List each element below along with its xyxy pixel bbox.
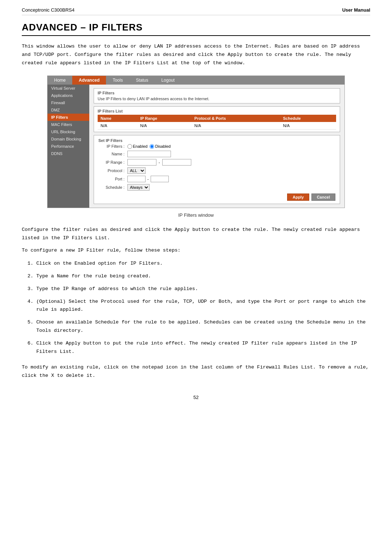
ip-filters-legend: IP Filters	[98, 91, 336, 95]
port-separator: -	[147, 177, 149, 181]
enabled-radio-label[interactable]: Enabled	[127, 144, 147, 149]
filters-table: Name IP Range Protocol & Ports Schedule …	[98, 115, 336, 130]
step-3: Type the IP Range of address to which th…	[36, 285, 370, 293]
sidebar-item-ip-filters[interactable]: IP Filters	[48, 114, 89, 121]
nav-home[interactable]: Home	[48, 76, 72, 85]
disabled-radio[interactable]	[150, 144, 154, 149]
enabled-radio[interactable]	[127, 144, 132, 149]
nav-advanced[interactable]: Advanced	[72, 76, 106, 85]
nav-logout[interactable]: Logout	[155, 76, 181, 85]
name-field-label: Name :	[98, 152, 127, 156]
steps-list: Click on the Enabled option for IP Filte…	[36, 260, 370, 356]
sidebar-item-dmz[interactable]: DMZ	[48, 106, 89, 114]
cell-ip-range: N/A	[137, 122, 191, 130]
intro-paragraph: This window allows the user to allow or …	[22, 42, 370, 68]
sidebar-item-ddns[interactable]: DDNS	[48, 150, 89, 157]
cell-protocol-ports: N/A	[192, 122, 280, 130]
disabled-radio-label[interactable]: Disabled	[150, 144, 171, 149]
disabled-label: Disabled	[155, 144, 171, 148]
sidebar-item-url-blocking[interactable]: URL Blocking	[48, 128, 89, 135]
router-ui-screenshot: Home Advanced Tools Status Logout Virtua…	[47, 76, 345, 208]
cancel-button[interactable]: Cancel	[311, 194, 335, 201]
port-row: Port : -	[98, 176, 335, 182]
ip-range-inputs: -	[127, 159, 191, 166]
port-end[interactable]	[151, 176, 169, 182]
brand-label: Conceptronic C300BRS4	[22, 7, 74, 13]
ip-filters-radio-group: Enabled Disabled	[127, 144, 171, 149]
ip-filters-list-legend: IP Filters List	[98, 109, 336, 113]
table-row: N/A N/A N/A N/A	[98, 122, 336, 130]
col-protocol-ports: Protocol & Ports	[192, 115, 280, 122]
apply-button[interactable]: Apply	[287, 194, 309, 201]
body-para2: To modify an existing rule, click on the…	[22, 363, 370, 380]
steps-intro: To configure a new IP Filter rule, follo…	[22, 248, 370, 253]
form-button-row: Apply Cancel	[98, 194, 335, 201]
sidebar-item-firewall[interactable]: Firewall	[48, 99, 89, 106]
nav-bar: Home Advanced Tools Status Logout	[48, 76, 344, 85]
name-row: Name :	[98, 151, 335, 157]
step-6: Click the Apply button to put the rule i…	[36, 339, 370, 356]
ip-range-row: IP Range : -	[98, 159, 335, 166]
port-start[interactable]	[127, 176, 146, 182]
port-field-label: Port :	[98, 177, 127, 181]
set-ip-filters-legend: Set IP Filters	[98, 138, 335, 143]
sidebar-item-performance[interactable]: Performance	[48, 143, 89, 150]
cell-name: N/A	[98, 122, 137, 130]
step-2: Type a Name for the rule being created.	[36, 272, 370, 281]
set-ip-filters-section: Set IP Filters IP Filters : Enabled Disa…	[94, 135, 340, 204]
page-number: 52	[22, 395, 370, 400]
page-title: ADVANCED – IP FILTERS	[22, 22, 370, 36]
figure-caption: IP Filters window	[22, 212, 370, 218]
nav-tools[interactable]: Tools	[106, 76, 129, 85]
col-name: Name	[98, 115, 137, 122]
sidebar-item-mac-filters[interactable]: MAC Filters	[48, 121, 89, 128]
ip-filters-toggle-row: IP Filters : Enabled Disabled	[98, 144, 335, 149]
port-inputs: -	[127, 176, 169, 182]
sidebar-item-domain-blocking[interactable]: Domain Blocking	[48, 135, 89, 143]
ip-range-field-label: IP Range :	[98, 160, 127, 164]
enabled-label: Enabled	[133, 144, 147, 148]
ip-filters-desc: Use IP Filters to deny LAN IP addresses …	[98, 97, 336, 101]
sidebar: Virtual Server Applications Firewall DMZ…	[48, 85, 89, 208]
name-input[interactable]	[127, 151, 171, 157]
protocol-select[interactable]: ALL TCP UDP Both	[127, 167, 146, 174]
protocol-field-label: Protocol :	[98, 168, 127, 173]
schedule-select[interactable]: Always	[127, 184, 150, 191]
main-content: IP Filters Use IP Filters to deny LAN IP…	[89, 85, 344, 208]
step-1: Click on the Enabled option for IP Filte…	[36, 260, 370, 268]
router-body: Virtual Server Applications Firewall DMZ…	[48, 85, 344, 208]
ip-range-separator: -	[159, 160, 160, 164]
schedule-row: Schedule : Always	[98, 184, 335, 191]
col-ip-range: IP Range	[137, 115, 191, 122]
cell-schedule: N/A	[280, 122, 336, 130]
ip-filters-list-section: IP Filters List Name IP Range Protocol &…	[94, 106, 340, 132]
manual-label: User Manual	[342, 7, 370, 13]
nav-status[interactable]: Status	[129, 76, 155, 85]
ip-range-end[interactable]	[162, 159, 191, 166]
ip-filters-field-label: IP Filters :	[98, 144, 127, 148]
ip-filters-section: IP Filters Use IP Filters to deny LAN IP…	[94, 88, 340, 103]
body-para1: Configure the filter rules as desired an…	[22, 226, 370, 243]
schedule-field-label: Schedule :	[98, 185, 127, 190]
page-header: Conceptronic C300BRS4 User Manual	[22, 7, 370, 15]
protocol-row: Protocol : ALL TCP UDP Both	[98, 167, 335, 174]
step-4: (Optional) Select the Protocol used for …	[36, 298, 370, 314]
ip-range-start[interactable]	[127, 159, 156, 166]
step-5: Choose an available Schedule for the rul…	[36, 318, 370, 335]
sidebar-item-applications[interactable]: Applications	[48, 92, 89, 99]
sidebar-item-virtual-server[interactable]: Virtual Server	[48, 85, 89, 92]
col-schedule: Schedule	[280, 115, 336, 122]
